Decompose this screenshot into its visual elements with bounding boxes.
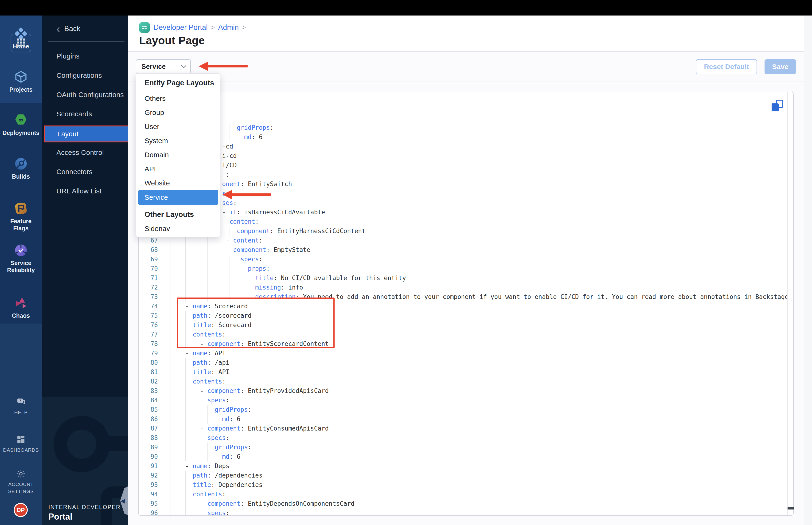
brand: INTERNAL DEVELOPER Portal <box>48 504 121 522</box>
sidebar-item-label: Projects <box>0 86 42 93</box>
line-number: 88 <box>139 433 165 442</box>
code-line: 90 md: 6 <box>139 452 787 461</box>
line-number: 81 <box>139 367 165 377</box>
back-button[interactable]: ‹ Back <box>56 24 80 33</box>
copy-icon[interactable] <box>771 100 783 112</box>
code-text: gridProps: <box>171 442 251 452</box>
code-text: contents: <box>171 377 226 386</box>
gutter-separator <box>165 273 165 283</box>
admin-item-access-control[interactable]: Access Control <box>42 146 128 159</box>
code-text: props: <box>171 264 270 273</box>
admin-item-scorecards[interactable]: Scorecards <box>42 108 128 120</box>
code-line: 70 props: <box>139 264 787 273</box>
divider <box>48 41 124 42</box>
sidebar-item-chaos[interactable]: Chaos <box>0 296 42 319</box>
secondary-sidebar: ‹ Back PluginsConfigurationsOAuth Config… <box>42 15 128 525</box>
gutter-separator <box>165 255 165 264</box>
code-line: 85 gridProps: <box>139 405 787 414</box>
sidebar-item-dashboards[interactable]: DASHBOARDS <box>0 434 42 453</box>
breadcrumb-app[interactable]: Developer Portal <box>153 23 208 32</box>
dropdown-item-api[interactable]: API <box>136 162 220 176</box>
code-line: 68 component: EmptyState <box>139 245 787 255</box>
code-text: specs: <box>171 395 229 405</box>
code-text: md: 6 <box>171 452 240 461</box>
gutter-separator <box>165 508 165 515</box>
gear-icon <box>0 469 42 479</box>
dropdown-item-user[interactable]: User <box>136 120 220 134</box>
line-number: 70 <box>139 264 165 273</box>
layout-type-select[interactable]: Service <box>136 59 191 74</box>
code-line: 89 gridProps: <box>139 442 787 452</box>
sidebar-divider <box>0 324 42 324</box>
line-number: 84 <box>139 395 165 405</box>
sidebar-item-feature-flags[interactable]: Feature Flags <box>0 201 42 232</box>
dropdown-item-service[interactable]: Service <box>138 190 218 205</box>
line-number: 78 <box>139 339 165 348</box>
developer-portal-icon <box>139 22 150 33</box>
gutter-separator <box>165 292 165 301</box>
admin-item-oauth-configurations[interactable]: OAuth Configurations <box>42 88 128 101</box>
back-label: Back <box>64 25 80 33</box>
code-line: 69 specs: <box>139 255 787 264</box>
gutter-separator <box>165 311 165 320</box>
breadcrumb-section[interactable]: Admin <box>218 23 239 32</box>
dropdown-item-system[interactable]: System <box>136 134 220 148</box>
code-line: 94 contents: <box>139 490 787 499</box>
code-text: path: /api <box>171 358 229 367</box>
sidebar-item-label: HELP <box>0 409 42 416</box>
module-grid-button[interactable] <box>11 34 31 52</box>
code-line: 82 contents: <box>139 377 787 386</box>
code-text: md: 6 <box>171 414 240 424</box>
gutter-separator <box>165 480 165 490</box>
admin-item-configurations[interactable]: Configurations <box>42 69 128 82</box>
code-line: 93 title: Dependencies <box>139 480 787 490</box>
line-number: 93 <box>139 480 165 490</box>
sidebar-item-projects[interactable]: Projects <box>0 70 42 93</box>
gutter-separator <box>165 490 165 499</box>
code-line: 57 -cd <box>139 142 787 151</box>
dropdown-item-others[interactable]: Others <box>136 91 220 106</box>
line-number: 95 <box>139 499 165 508</box>
sidebar-item-deployments[interactable]: ∞Deployments <box>0 113 42 136</box>
code-line: 86 md: 6 <box>139 414 787 424</box>
sidebar-item-label: DASHBOARDS <box>0 447 42 453</box>
admin-item-url-allow-list[interactable]: URL Allow List <box>42 185 128 197</box>
code-text: path: /dependencies <box>171 471 262 480</box>
builds-icon <box>0 156 42 171</box>
line-number: 74 <box>139 301 165 311</box>
dropdown-item-group[interactable]: Group <box>136 106 220 120</box>
reset-default-button[interactable]: Reset Default <box>696 59 757 74</box>
admin-item-plugins[interactable]: Plugins <box>42 50 128 62</box>
admin-item-layout[interactable]: Layout <box>44 125 128 142</box>
sidebar-item-help[interactable]: ?HELP <box>0 397 42 416</box>
dropdown-item-website[interactable]: Website <box>136 176 220 190</box>
sidebar-item-label: Feature Flags <box>0 217 42 232</box>
sidebar-item-account-settings[interactable]: ACCOUNT SETTINGS <box>0 469 42 495</box>
avatar[interactable]: DP <box>14 503 28 517</box>
line-number: 83 <box>139 386 165 395</box>
sidebar-item-builds[interactable]: Builds <box>0 156 42 180</box>
line-number: 72 <box>139 283 165 292</box>
page-header <box>128 15 812 51</box>
save-button[interactable]: Save <box>765 59 796 74</box>
svg-text:?: ? <box>19 399 21 403</box>
brand-line1: INTERNAL DEVELOPER <box>48 504 121 510</box>
line-number: 96 <box>139 508 165 515</box>
code-line: 66 component: EntityHarnessCiCdContent <box>139 226 787 236</box>
code-line: 56 md: 6 <box>139 132 787 142</box>
dropdown-group-header: Entity Page Layouts <box>144 79 214 87</box>
annotation-box-scorecard-lines <box>177 298 335 348</box>
page-title: Layout Page <box>139 34 205 47</box>
sidebar-item-service-reliability[interactable]: Service Reliability <box>0 243 42 273</box>
annotation-arrow-select <box>199 62 248 71</box>
code-text: gridProps: <box>171 405 251 414</box>
sidebar-item-label: ACCOUNT SETTINGS <box>0 481 42 495</box>
dropdown-item-sidenav[interactable]: Sidenav <box>136 222 220 236</box>
admin-item-connectors[interactable]: Connectors <box>42 165 128 178</box>
sidebar-divider <box>0 103 42 103</box>
code-line: 60 : <box>139 170 787 179</box>
editor-scrollbar-thumb[interactable] <box>787 507 794 510</box>
dropdown-item-domain[interactable]: Domain <box>136 148 220 162</box>
page-scrollbar[interactable] <box>804 15 812 525</box>
line-number: 94 <box>139 490 165 499</box>
